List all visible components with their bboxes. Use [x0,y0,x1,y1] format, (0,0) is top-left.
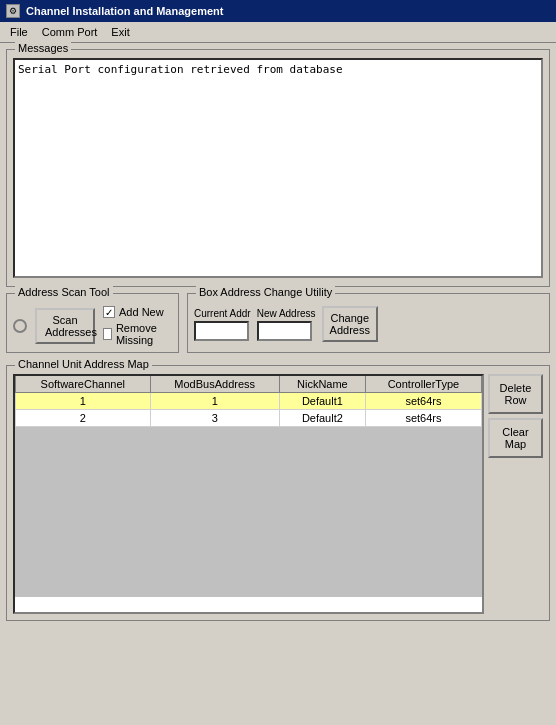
current-addr-group: Current Addr [194,308,251,341]
add-new-label: Add New [119,306,164,318]
change-address-button[interactable]: Change Address [322,306,378,342]
header-row: SoftwareChannel ModBusAddress NickName C… [16,376,482,393]
messages-group: Messages Serial Port configuration retri… [6,49,550,287]
box-address-change-group: Box Address Change Utility Current Addr … [187,293,550,353]
clear-map-button[interactable]: Clear Map [488,418,543,458]
channel-map-label: Channel Unit Address Map [15,358,152,370]
remove-missing-row: Remove Missing [103,322,172,346]
box-address-change-label: Box Address Change Utility [196,286,335,298]
remove-missing-checkbox[interactable] [103,328,112,340]
current-addr-input[interactable] [194,321,249,341]
menu-exit[interactable]: Exit [105,24,135,40]
address-map-table: SoftwareChannel ModBusAddress NickName C… [15,376,482,427]
delete-row-button[interactable]: Delete Row [488,374,543,414]
col-modbus-address: ModBusAddress [150,376,279,393]
menu-bar: File Comm Port Exit [0,22,556,43]
menu-comm-port[interactable]: Comm Port [36,24,104,40]
address-scan-tool-group: Address Scan Tool Scan Addresses Add New… [6,293,179,353]
box-addr-inner: Current Addr New Address Change Address [194,302,543,342]
cell-modbus-address: 1 [150,393,279,410]
scan-tool-section: Address Scan Tool Scan Addresses Add New… [6,293,550,359]
new-address-input[interactable] [257,321,312,341]
cell-nickname: Default1 [279,393,365,410]
cell-controller-type: set64rs [365,410,481,427]
main-content: Messages Serial Port configuration retri… [0,43,556,627]
table-row[interactable]: 2 3 Default2 set64rs [16,410,482,427]
current-addr-label: Current Addr [194,308,251,319]
table-row[interactable]: 1 1 Default1 set64rs [16,393,482,410]
add-new-row: Add New [103,306,172,318]
new-address-label: New Address [257,308,316,319]
cell-controller-type: set64rs [365,393,481,410]
scan-addresses-button[interactable]: Scan Addresses [35,308,95,344]
channel-map-inner: SoftwareChannel ModBusAddress NickName C… [13,374,543,614]
window-title: Channel Installation and Management [26,5,223,17]
scan-radio-button[interactable] [13,319,27,333]
title-bar: ⚙ Channel Installation and Management [0,0,556,22]
app-icon: ⚙ [6,4,20,18]
messages-label: Messages [15,42,71,54]
menu-file[interactable]: File [4,24,34,40]
table-header: SoftwareChannel ModBusAddress NickName C… [16,376,482,393]
col-nickname: NickName [279,376,365,393]
address-scan-tool-label: Address Scan Tool [15,286,113,298]
add-new-checkbox[interactable] [103,306,115,318]
cell-nickname: Default2 [279,410,365,427]
table-buttons: Delete Row Clear Map [488,374,543,614]
scan-tool-inner: Scan Addresses Add New Remove Missing [13,302,172,346]
col-controller-type: ControllerType [365,376,481,393]
remove-missing-label: Remove Missing [116,322,172,346]
table-body: 1 1 Default1 set64rs 2 3 Default2 set64r… [16,393,482,427]
channel-unit-address-map-group: Channel Unit Address Map SoftwareChannel… [6,365,550,621]
checkboxes-area: Add New Remove Missing [103,306,172,346]
cell-software-channel: 1 [16,393,151,410]
cell-modbus-address: 3 [150,410,279,427]
table-empty-area [15,427,482,597]
messages-textarea: Serial Port configuration retrieved from… [13,58,543,278]
new-address-group: New Address [257,308,316,341]
cell-software-channel: 2 [16,410,151,427]
address-map-table-container: SoftwareChannel ModBusAddress NickName C… [13,374,484,614]
col-software-channel: SoftwareChannel [16,376,151,393]
